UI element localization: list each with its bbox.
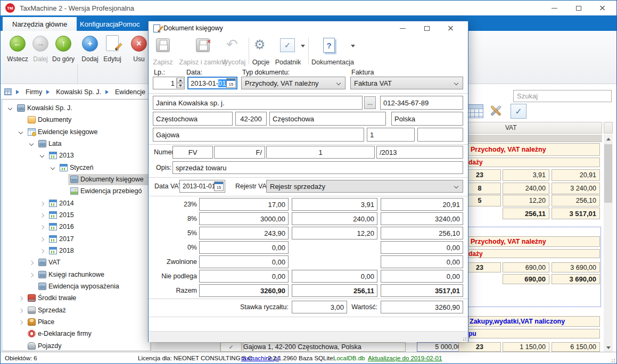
number-part4-field[interactable]: /2013 [376,146,463,159]
tree-item-sprzedaz[interactable]: Sprzedaż [2,305,150,316]
date-field[interactable]: 2013-01-01 15 [187,77,237,89]
vat-register-select[interactable]: Rejestr sprzedaży [266,180,463,193]
gross-input[interactable]: 3240,00 [381,212,463,225]
row-amount-cell[interactable]: 5 000,00 [417,342,465,352]
options-button[interactable]: ⚙ Opcje [251,37,271,67]
tree-item-ksiegi-rachunkowe[interactable]: Księgi rachunkowe [2,269,150,280]
chevron-right-icon[interactable] [40,225,44,229]
scroll-up-button[interactable] [604,135,613,143]
undo-button[interactable]: ↶ Wycofaj [221,37,246,67]
breadcrumb-item-firmy[interactable]: Firmy [26,88,42,96]
breadcrumb-item-ewidencje[interactable]: Ewidencje [115,88,145,96]
building-number-field[interactable]: 1 [367,128,415,142]
tree-item-dokumenty[interactable]: Dokumenty [2,114,150,126]
taxpayer-button[interactable]: ✓ Podatnik [273,37,303,67]
window-close-button[interactable]: × [590,1,614,15]
street-field[interactable]: Gajowa [153,128,364,142]
tab-pomoc[interactable]: Pomoc [109,17,149,31]
tree-item-2014[interactable]: 2014 [2,198,150,209]
dialog-close-button[interactable]: × [439,21,463,35]
tree-item-ewidencja-wyposazenia[interactable]: Ewidencja wyposażenia [2,281,150,292]
vat-amount-cell[interactable]: 3,91 [503,169,549,181]
add-button[interactable]: + Dodaj [79,33,101,81]
nip-field[interactable]: 012-345-67-89 [380,96,463,110]
net-input[interactable]: 0,00 [199,255,289,268]
dropdown-caret-icon[interactable] [301,45,305,49]
scrollbar-thumb[interactable] [604,144,612,203]
net-input[interactable]: 17,00 [199,198,289,211]
tree-item-place[interactable]: Płace [2,317,150,328]
gross-amount-cell[interactable]: 20,91 [552,169,600,181]
resize-grip[interactable] [610,358,615,362]
row-address-cell[interactable]: Gajowa 1, 42-200 Częstochowa, Polska [243,342,406,352]
dialog-maximize-button[interactable] [415,21,439,35]
chevron-right-icon[interactable] [40,237,44,242]
chevron-down-icon[interactable] [8,106,12,110]
lump-value-input[interactable]: 3260,90 [381,301,463,313]
chevron-down-icon[interactable] [51,166,55,170]
vat-amount-cell[interactable]: 1 150,00 [503,342,549,352]
scroll-down-button[interactable] [604,343,613,352]
tree-item-lata[interactable]: Lata [2,138,150,150]
tree-item-kowalski[interactable]: Kowalski Sp. J. [2,103,150,114]
document-type-select[interactable]: Przychody, VAT należny [241,77,345,89]
post-field[interactable]: Częstochowa [269,112,386,126]
chevron-right-icon[interactable] [29,261,34,265]
edit-button[interactable]: Edytuj [101,33,124,81]
tab-narzedzia-glowne[interactable]: Narzędzia główne [3,17,77,31]
number-part3-field[interactable]: 1 [266,146,375,159]
tree-item-2013[interactable]: 2013 [2,150,150,161]
tools-icon[interactable] [488,103,505,119]
back-button[interactable]: ← Wstecz [5,33,30,81]
breadcrumb-item-kowalski[interactable]: Kowalski Sp. J. [56,88,101,96]
chevron-right-icon[interactable] [40,202,44,206]
chevron-down-icon[interactable] [19,130,23,134]
save-button[interactable]: Zapisz [152,37,174,67]
chevron-down-icon[interactable] [40,153,44,158]
tree-item-2015[interactable]: 2015 [2,210,150,221]
dialog-minimize-button[interactable] [391,21,415,35]
delete-button[interactable]: × Usu [127,33,151,81]
vat-input[interactable]: 0,00 [292,270,377,283]
chevron-right-icon[interactable] [19,309,23,313]
net-input[interactable]: 0,00 [199,270,289,283]
window-maximize-button[interactable] [566,1,590,15]
gross-amount-cell[interactable]: 3 240,00 [552,183,600,194]
city-field[interactable]: Częstochowa [153,112,233,126]
gross-input[interactable]: 256,10 [381,227,463,239]
tree-item-2016[interactable]: 2016 [2,221,150,233]
chevron-right-icon[interactable] [19,296,23,301]
vat-input[interactable]: 3,91 [292,198,377,211]
status-updates-link[interactable]: Aktualizacje do 2019-02-01 [368,355,442,361]
spinner-buttons[interactable] [176,78,184,88]
vat-amount-cell[interactable]: 12,20 [503,195,549,206]
window-minimize-button[interactable] [542,1,566,15]
dropdown-caret-icon[interactable] [351,45,355,49]
apartment-number-field[interactable] [417,128,463,142]
net-input[interactable]: 3000,00 [199,212,289,225]
tree-item-2017[interactable]: 2017 [2,234,150,245]
calendar-button[interactable]: 15 [226,78,236,88]
up-button[interactable]: ↑ Do góry [52,33,75,81]
vat-amount-cell[interactable]: 240,00 [503,183,549,194]
zip-field[interactable]: 42-200 [235,112,267,126]
chevron-right-icon[interactable] [40,249,44,253]
invoice-type-select[interactable]: Faktura VAT [350,77,463,89]
vat-amount-cell[interactable]: 690,00 [503,262,549,272]
chevron-right-icon[interactable] [19,320,23,325]
tree-item-2018[interactable]: 2018 [2,245,150,257]
vertical-scrollbar[interactable] [604,135,613,352]
tree-item-styczen[interactable]: Styczeń [2,162,150,173]
vat-input[interactable]: 240,00 [292,212,377,225]
chevron-down-icon[interactable] [29,142,34,146]
forward-button[interactable]: → Dalej [30,33,51,81]
dialog-resize-grip[interactable] [462,336,466,341]
chevron-right-icon[interactable] [29,273,34,277]
vat-rate-cell[interactable]: 23 [458,342,501,352]
tree-item-ewidencje-ksiegowe[interactable]: Ewidencje księgowe [2,127,150,138]
contractor-browse-button[interactable]: ... [364,96,376,109]
net-input[interactable]: 0,00 [199,241,289,254]
tree-item-edeklaracje[interactable]: e-Deklaracje firmy [2,328,150,340]
gross-amount-cell[interactable]: 3 690,00 [552,262,600,272]
row-check-cell[interactable]: ✓ [220,342,242,352]
